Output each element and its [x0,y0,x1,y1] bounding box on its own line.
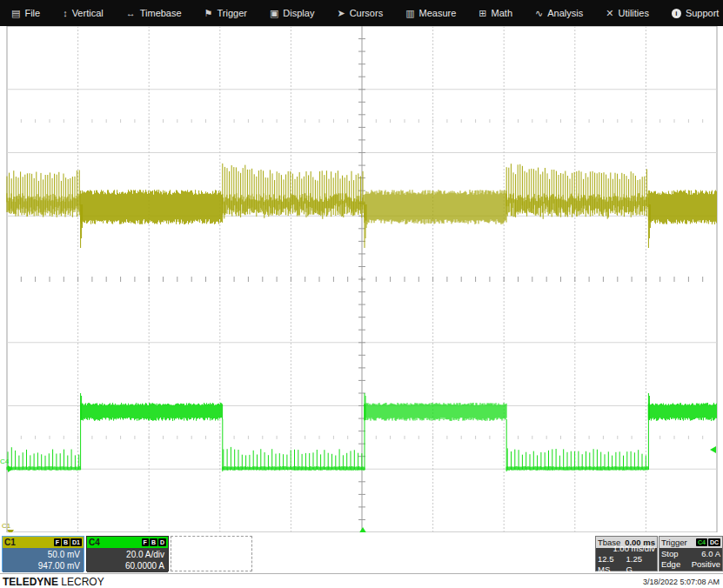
c1-badges: FBD1 [54,538,82,546]
menu-item-label: Math [492,8,512,18]
waveform-area[interactable]: C4C1 [0,26,723,545]
menu-item-label: Utilities [618,8,648,18]
menu-item-label: Measure [419,8,457,18]
c1-offset: 947.00 mV [38,560,80,571]
c4-badges: FBD [142,538,166,546]
tbase-memory: 12.5 MS [598,554,626,575]
menu-item-label: Analysis [547,8,583,18]
badge-f: F [142,538,149,546]
measure-icon: ▥ [405,9,414,18]
utilities-icon: ✕ [606,9,613,18]
math-icon: ⊞ [479,9,486,18]
file-icon: ▤ [11,9,20,18]
menu-item-display[interactable]: ▣Display [258,0,325,26]
menu-item-label: Cursors [350,8,384,18]
badge-f: F [54,538,61,546]
c4-header: C4 FBD [87,537,168,548]
trigger-slope: Positive [692,559,720,570]
menu-item-measure[interactable]: ▥Measure [394,0,467,26]
trigger-level: 6.0 A [701,549,720,559]
menu-item-utilities[interactable]: ✕Utilities [594,0,660,26]
timebase-icon: ↔ [126,9,136,18]
channel-c1-descriptor[interactable]: C1 FBD1 50.0 mV 947.00 mV [2,536,84,571]
trigger-label: Trigger [661,538,687,547]
badge-c4: C4 [696,538,707,546]
tbase-per-div: 1.00 ms/div [613,544,655,554]
badge-d: D [158,538,166,546]
vertical-icon: ↕ [63,9,68,18]
menubar: ▤File↕Vertical↔Timebase⚑Trigger▣Display➤… [0,0,723,26]
menu-item-analysis[interactable]: ∿Analysis [524,0,594,26]
c1-header: C1 FBD1 [3,537,84,548]
support-icon: i [672,9,681,18]
trigger-type: Edge [661,559,680,570]
trigger-descriptor[interactable]: Trigger C4DC Stop 6.0 A Edge Positive [659,536,723,571]
badge-b: B [62,538,70,546]
trigger-mode: Stop [661,549,679,559]
menu-item-label: Trigger [217,8,246,18]
c4-body: 20.0 A/div 60.0000 A [87,548,168,572]
c1-volts-per-div: 50.0 mV [48,549,80,560]
teledyne-lecroy-logo: TELEDYNE LECROY [3,576,104,588]
menu-item-vertical[interactable]: ↕Vertical [51,0,115,26]
channel-c4-descriptor[interactable]: C4 FBD 20.0 A/div 60.0000 A [86,536,169,571]
footer: TELEDYNE LECROY 3/18/2022 5:07:08 AM [0,573,723,588]
tbase-rate: 1.25 G... [626,554,655,575]
menu-item-label: Support [686,8,720,18]
badge-b: B [150,538,157,546]
trigger-badges: C4DC [696,538,720,546]
c4-offset: 60.0000 A [125,560,164,571]
menu-item-label: Vertical [72,8,104,18]
c4-label: C4 [89,538,100,547]
menu-item-math[interactable]: ⊞Math [467,0,524,26]
menu-item-file[interactable]: ▤File [0,0,51,26]
menu-item-label: Display [283,8,314,18]
menu-item-label: Timebase [140,8,182,18]
brand-lecroy: LECROY [58,576,104,588]
menu-item-support[interactable]: iSupport [660,0,723,26]
c4-zero-label: C4 [0,458,10,465]
c1-zero-label: C1 [2,522,11,530]
trigger-icon: ⚑ [204,9,213,18]
c1-label: C1 [4,538,16,547]
timestamp: 3/18/2022 5:07:08 AM [643,578,720,586]
brand-teledyne: TELEDYNE [3,576,58,588]
display-icon: ▣ [270,9,278,18]
c4-amps-per-div: 20.0 A/div [126,549,164,560]
badge-d1: D1 [70,538,82,546]
menu-item-trigger[interactable]: ⚑Trigger [193,0,258,26]
c1-body: 50.0 mV 947.00 mV [3,548,84,572]
menu-item-cursors[interactable]: ➤Cursors [325,0,394,26]
oscilloscope-screen: ▤File↕Vertical↔Timebase⚑Trigger▣Display➤… [0,0,723,588]
badge-dc: DC [708,538,720,546]
menu-item-timebase[interactable]: ↔Timebase [115,0,193,26]
analysis-icon: ∿ [535,9,543,18]
cursors-icon: ➤ [337,9,345,18]
empty-channel-slot[interactable] [171,536,252,571]
menu-item-label: File [24,8,40,18]
timebase-descriptor[interactable]: Tbase 0.00 ms 1.00 ms/div 12.5 MS 1.25 G… [595,536,658,571]
